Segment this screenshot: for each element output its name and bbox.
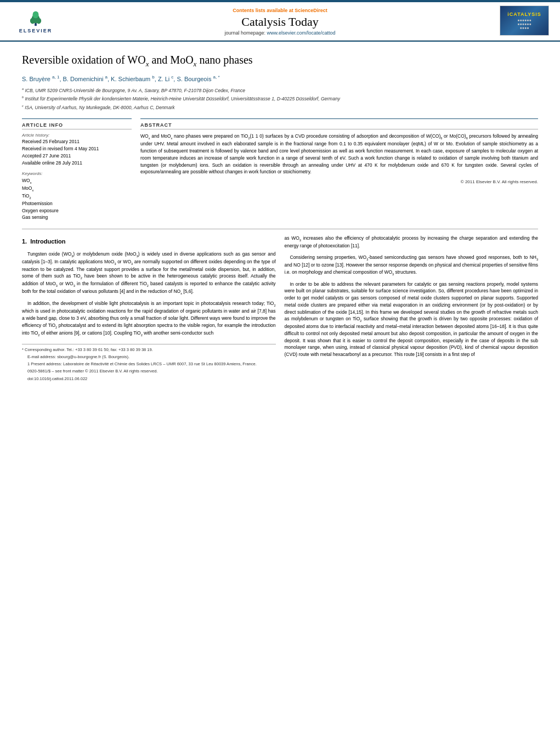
elsevier-logo: ELSEVIER xyxy=(11,5,60,36)
tio-sub: 2 xyxy=(29,196,31,200)
footnote-doi: doi:10.1016/j.cattod.2011.06.022 xyxy=(22,376,276,382)
svg-point-4 xyxy=(32,11,38,18)
authors-line: S. Bruyère a, 1, B. Domenichini a, K. Sc… xyxy=(22,75,538,82)
sub-x1: x xyxy=(146,60,149,68)
body-para-3: as WO3 increases also the efficiency of … xyxy=(285,235,539,250)
journal-homepage: journal homepage: www.elsevier.com/locat… xyxy=(66,30,494,36)
article-info-col: ARTICLE INFO Article history: Received 2… xyxy=(22,118,132,221)
body-para-5: In order to be able to address the relev… xyxy=(285,281,539,358)
body-para-2: In addition, the development of visible … xyxy=(22,300,276,337)
abstract-label: ABSTRACT xyxy=(140,122,538,129)
body-divider xyxy=(22,229,538,229)
journal-title: Catalysis Today xyxy=(66,15,494,29)
keyword-5: Oxygen exposure xyxy=(22,207,132,214)
homepage-url[interactable]: www.elsevier.com/locate/cattod xyxy=(267,30,336,36)
affiliations: a ICB, UMR 5209 CNRS-Université de Bourg… xyxy=(22,87,538,111)
catalysis-logo: iCATALYSIS ●●●●●●●●●●●●●●●● xyxy=(500,5,549,36)
received-date: Received 25 February 2011 xyxy=(22,139,132,145)
affiliation-c: c ISA, University of Aarhus, Ny Munkegad… xyxy=(22,104,538,111)
moo-sub: x xyxy=(32,189,33,192)
revised-date: Received in revised form 4 May 2011 xyxy=(22,146,132,152)
footnote-email: E-mail address: sbourg@u-bourgogne.fr (S… xyxy=(22,354,276,360)
svg-point-3 xyxy=(36,18,41,24)
article-container: Reversible oxidation of WOx and MoOx nan… xyxy=(0,42,560,394)
journal-center: Contents lists available at ScienceDirec… xyxy=(60,5,500,38)
body-section: 1. Introduction Tungsten oxide (WO3) or … xyxy=(22,235,538,383)
journal-header: ELSEVIER Contents lists available at Sci… xyxy=(0,2,560,41)
affiliation-a: a ICB, UMR 5209 CNRS-Université de Bourg… xyxy=(22,87,538,94)
keyword-1: WOx xyxy=(22,177,132,185)
history-label: Article history: xyxy=(22,133,132,138)
sciencedirect-line: Contents lists available at ScienceDirec… xyxy=(66,8,494,13)
abstract-text: WOx and MoOx nano phases were prepared o… xyxy=(140,133,538,185)
elsevier-tree-icon xyxy=(25,8,47,27)
info-abstract-section: ARTICLE INFO Article history: Received 2… xyxy=(22,118,538,221)
svg-point-2 xyxy=(30,18,35,24)
affiliation-b: b Institut für Experimentelle Physik der… xyxy=(22,95,538,103)
article-history: Article history: Received 25 February 20… xyxy=(22,133,132,167)
copyright-line: © 2011 Elsevier B.V. All rights reserved… xyxy=(140,179,538,185)
footnote-corresponding: * Corresponding author. Tel.: +33 3 80 3… xyxy=(22,347,276,353)
keyword-3: TiO2 xyxy=(22,193,132,200)
abstract-col: ABSTRACT WOx and MoOx nano phases were p… xyxy=(140,118,538,221)
body-para-1: Tungsten oxide (WO3) or molybdenum oxide… xyxy=(22,251,276,296)
keywords-section: Keywords: WOx MoOx TiO2 Photoemission Ox… xyxy=(22,171,132,221)
sciencedirect-prefix: Contents lists available at xyxy=(233,8,295,13)
abstract-paragraph: WOx and MoOx nano phases were prepared o… xyxy=(140,133,538,176)
wo-sub: x xyxy=(30,181,32,184)
intro-heading: 1. Introduction xyxy=(22,237,276,246)
footnote-1: 1 Present address: Laboratoire de Réacti… xyxy=(22,361,276,367)
sciencedirect-name: ScienceDirect xyxy=(295,8,327,13)
keywords-label: Keywords: xyxy=(22,171,132,176)
keyword-4: Photoemission xyxy=(22,200,132,207)
catalysis-logo-sub: ●●●●●●●●●●●●●●●● xyxy=(517,18,531,30)
catalysis-logo-title: iCATALYSIS xyxy=(507,12,541,17)
body-para-4: Considering sensing properties, WO3-base… xyxy=(285,254,539,276)
keyword-2: MoOx xyxy=(22,185,132,193)
footnote-issn: 0920-5861/$ – see front matter © 2011 El… xyxy=(22,368,276,374)
article-info-label: ARTICLE INFO xyxy=(22,122,132,129)
body-col-2: as WO3 increases also the efficiency of … xyxy=(285,235,539,383)
elsevier-text: ELSEVIER xyxy=(19,28,53,33)
accepted-date: Accepted 27 June 2011 xyxy=(22,153,132,160)
available-date: Available online 28 July 2011 xyxy=(22,160,132,167)
sub-x2: x xyxy=(194,60,197,68)
body-col-1: 1. Introduction Tungsten oxide (WO3) or … xyxy=(22,235,276,383)
footnotes: * Corresponding author. Tel.: +33 3 80 3… xyxy=(22,344,276,382)
keyword-6: Gas sensing xyxy=(22,214,132,221)
article-title: Reversible oxidation of WOx and MoOx nan… xyxy=(22,53,538,69)
